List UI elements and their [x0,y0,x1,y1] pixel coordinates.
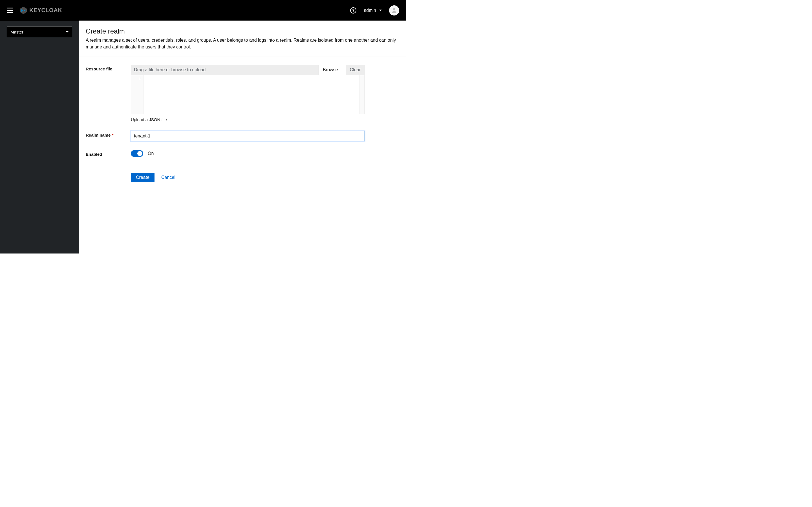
user-menu-dropdown[interactable]: admin [364,8,382,13]
create-realm-form: Resource file Drag a file here or browse… [79,57,406,199]
avatar[interactable] [389,5,399,15]
help-icon[interactable]: ? [350,7,356,13]
hamburger-menu-button[interactable] [7,7,13,14]
user-avatar-icon [391,7,398,14]
resource-file-editor[interactable]: 1 [131,75,365,114]
sidebar: Master [0,20,79,253]
browse-button[interactable]: Browse... [319,65,346,75]
product-name: KEYCLOAK [29,7,62,13]
clear-button[interactable]: Clear [346,65,364,75]
realm-name-row: Realm name* [86,131,399,141]
realm-selector-value: Master [10,30,23,34]
editor-gutter: 1 [131,75,144,114]
app-header: KEYCLOAK ? admin [0,0,406,20]
svg-marker-0 [20,7,27,14]
enabled-label: Enabled [86,150,131,157]
enabled-toggle[interactable] [131,150,143,157]
file-upload-dropzone[interactable]: Drag a file here or browse to upload [131,65,319,75]
svg-point-3 [393,8,395,10]
actions-row: Create Cancel [86,166,399,182]
header-left: KEYCLOAK [7,6,62,15]
resource-file-label: Resource file [86,65,131,71]
enabled-row: Enabled On [86,150,399,157]
keycloak-logo-icon [19,6,28,15]
enabled-state-label: On [148,151,154,156]
file-upload-bar: Drag a file here or browse to upload Bro… [131,65,365,75]
user-name-label: admin [364,8,376,13]
product-logo[interactable]: KEYCLOAK [19,6,62,15]
realm-name-input[interactable] [131,131,365,141]
page-header: Create realm A realm manages a set of us… [79,20,406,57]
caret-down-icon [379,10,382,11]
realm-name-label: Realm name* [86,131,131,137]
create-button[interactable]: Create [131,173,154,182]
toggle-knob [137,151,142,156]
caret-down-icon [66,31,68,33]
editor-body[interactable] [144,75,359,114]
resource-file-helper: Upload a JSON file [131,117,365,122]
header-right: ? admin [350,5,399,15]
realm-selector-dropdown[interactable]: Master [7,26,72,37]
cancel-button[interactable]: Cancel [161,175,175,180]
resource-file-row: Resource file Drag a file here or browse… [86,65,399,122]
page-title: Create realm [86,27,399,35]
editor-scrollbar[interactable] [359,75,364,114]
main-content: Create realm A realm manages a set of us… [79,20,406,253]
page-description: A realm manages a set of users, credenti… [86,37,399,50]
